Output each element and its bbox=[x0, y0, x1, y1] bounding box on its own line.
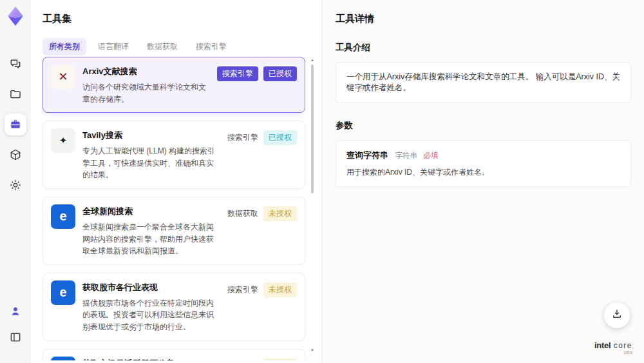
tool-title: 获取市场最活跃股票信息 bbox=[82, 358, 220, 360]
params-section-title: 参数 bbox=[336, 120, 631, 132]
status-badge: 未授权 bbox=[263, 282, 297, 297]
sidebar-item-models[interactable] bbox=[5, 144, 26, 166]
sidebar-item-collapse[interactable] bbox=[5, 326, 26, 348]
category-label: 数据获取 bbox=[227, 206, 258, 221]
status-badge: 已授权 bbox=[263, 130, 297, 145]
category-label: 搜索引擎 bbox=[227, 130, 258, 145]
intel-core-logo: intel core ultra bbox=[594, 339, 632, 355]
app-logo-icon bbox=[5, 5, 26, 27]
tool-meta: 搜索引擎 未授权 bbox=[227, 280, 297, 333]
parameter-description: 用于搜索的Arxiv ID、关键字或作者姓名。 bbox=[346, 167, 620, 178]
arxiv-x-icon: ✕ bbox=[51, 64, 75, 89]
folder-icon bbox=[9, 88, 22, 101]
status-badge: 未授权 bbox=[263, 206, 297, 221]
detail-title: 工具详情 bbox=[336, 13, 631, 25]
tool-title: Tavily搜索 bbox=[82, 130, 220, 141]
category-tabs: 所有类别 语言翻译 数据获取 搜索引擎 bbox=[43, 38, 322, 55]
scrollbar-track[interactable] bbox=[311, 64, 314, 346]
download-icon bbox=[611, 308, 623, 322]
tool-card-body: Tavily搜索 专为人工智能代理 (LLM) 构建的搜索引擎工具，可快速提供实… bbox=[82, 128, 220, 181]
sidebar-item-settings[interactable] bbox=[5, 174, 26, 196]
tool-detail-panel: 工具详情 工具介绍 一个用于从Arxiv存储库搜索科学论文和文章的工具。 输入可… bbox=[322, 0, 644, 363]
tool-title: 获取股市各行业表现 bbox=[82, 282, 220, 293]
scroll-down-icon[interactable]: ▼ bbox=[310, 348, 314, 353]
tool-card-sector-performance[interactable]: e 获取股市各行业表现 提供股票市场各个行业在特定时间段内的表现。投资者可以利用… bbox=[43, 273, 305, 341]
scroll-up-icon[interactable]: ▲ bbox=[310, 58, 314, 63]
tool-meta: 搜索引擎 已授权 bbox=[227, 128, 297, 181]
tool-card-body: 获取股市各行业表现 提供股票市场各个行业在特定时间段内的表现。投资者可以利用这些… bbox=[82, 280, 220, 333]
tool-description: 专为人工智能代理 (LLM) 构建的搜索引擎工具，可快速提供实时、准确和真实的结… bbox=[82, 145, 220, 181]
intro-section-title: 工具介绍 bbox=[336, 42, 631, 54]
sidebar-item-account[interactable] bbox=[5, 300, 26, 322]
category-label: 搜索引擎 bbox=[227, 282, 258, 297]
scrollbar-thumb[interactable] bbox=[311, 64, 314, 193]
page-title: 工具集 bbox=[43, 13, 322, 25]
tool-card-body: 获取市场最活跃股票信息 提供当天交易量最高的股票列表，投资者可以利用这些信息来识… bbox=[82, 357, 220, 360]
tool-card-list: ✕ Arxiv文献搜索 访问各个研究领域大量科学论文和文章的存储库。 搜索引擎 … bbox=[43, 57, 305, 360]
tool-list-panel: 工具集 所有类别 语言翻译 数据获取 搜索引擎 ✕ Arxiv文献搜索 访问各个… bbox=[31, 0, 322, 363]
category-badge: 搜索引擎 bbox=[217, 66, 258, 81]
tool-description: 访问各个研究领域大量科学论文和文章的存储库。 bbox=[82, 81, 210, 105]
tool-meta: 数据获取 未授权 bbox=[227, 204, 297, 257]
tab-all-categories[interactable]: 所有类别 bbox=[43, 38, 86, 55]
tool-card-body: Arxiv文献搜索 访问各个研究领域大量科学论文和文章的存储库。 bbox=[82, 64, 210, 105]
news-app-icon: e bbox=[51, 280, 75, 305]
status-badge: 未授权 bbox=[263, 358, 297, 360]
tab-search-engine[interactable]: 搜索引擎 bbox=[189, 38, 233, 55]
download-button[interactable] bbox=[604, 302, 630, 328]
tool-title: Arxiv文献搜索 bbox=[82, 66, 210, 77]
sidebar-item-chat[interactable] bbox=[5, 53, 26, 75]
parameter-type: 字符串 bbox=[395, 152, 417, 159]
parameter-required-flag: 必填 bbox=[423, 152, 438, 159]
tool-card-body: 全球新闻搜索 全球新闻搜索是一个聚合全球各大新闻网站内容的搜索引擎，帮助用户快速… bbox=[82, 204, 220, 257]
parameter-card: 查询字符串 字符串 必填 用于搜索的Arxiv ID、关键字或作者姓名。 bbox=[336, 140, 631, 187]
tool-intro-box: 一个用于从Arxiv存储库搜索科学论文和文章的工具。 输入可以是Arxiv ID… bbox=[336, 62, 631, 103]
intel-wordmark: intel bbox=[594, 340, 611, 350]
tool-card-tavily[interactable]: ✦ Tavily搜索 专为人工智能代理 (LLM) 构建的搜索引擎工具，可快速提… bbox=[43, 121, 305, 189]
tool-card-global-news[interactable]: e 全球新闻搜索 全球新闻搜索是一个聚合全球各大新闻网站内容的搜索引擎，帮助用户… bbox=[43, 197, 305, 265]
news-app-icon: e bbox=[51, 204, 75, 229]
tool-description: 提供股票市场各个行业在特定时间段内的表现。投资者可以利用这些信息来识别表现优于或… bbox=[82, 297, 220, 333]
gear-icon bbox=[9, 179, 22, 191]
tool-title: 全球新闻搜索 bbox=[82, 206, 220, 217]
tab-language-translation[interactable]: 语言翻译 bbox=[91, 38, 135, 55]
sidebar-item-files[interactable] bbox=[5, 83, 26, 105]
status-badge: 已授权 bbox=[263, 66, 297, 81]
tab-data-acquisition[interactable]: 数据获取 bbox=[140, 38, 184, 55]
sidebar-item-tools[interactable] bbox=[5, 113, 26, 135]
category-label: 搜索引擎 bbox=[227, 358, 258, 360]
list-scrollbar[interactable]: ▲ ▼ bbox=[309, 58, 316, 353]
star-icon: ✦ bbox=[51, 128, 75, 153]
intel-sub-label: ultra bbox=[594, 350, 632, 355]
panel-layout-icon bbox=[9, 331, 22, 344]
tool-description: 全球新闻搜索是一个聚合全球各大新闻网站内容的搜索引擎，帮助用户快速获取全球最新资… bbox=[82, 221, 220, 257]
cube-icon bbox=[9, 148, 22, 161]
tool-card-arxiv[interactable]: ✕ Arxiv文献搜索 访问各个研究领域大量科学论文和文章的存储库。 搜索引擎 … bbox=[43, 57, 305, 113]
tool-meta: 搜索引擎 未授权 bbox=[227, 357, 297, 360]
app-sidebar bbox=[0, 0, 31, 363]
parameter-name: 查询字符串 bbox=[346, 150, 388, 160]
chat-icon bbox=[9, 57, 22, 70]
toolbox-icon bbox=[9, 118, 22, 131]
tool-meta: 搜索引擎 已授权 bbox=[217, 64, 297, 105]
core-wordmark: core bbox=[614, 341, 632, 350]
user-icon bbox=[9, 305, 22, 318]
parameter-header: 查询字符串 字符串 必填 bbox=[346, 149, 620, 161]
tool-card-active-stocks[interactable]: e 获取市场最活跃股票信息 提供当天交易量最高的股票列表，投资者可以利用这些信息… bbox=[43, 349, 305, 360]
news-app-icon: e bbox=[51, 357, 75, 360]
